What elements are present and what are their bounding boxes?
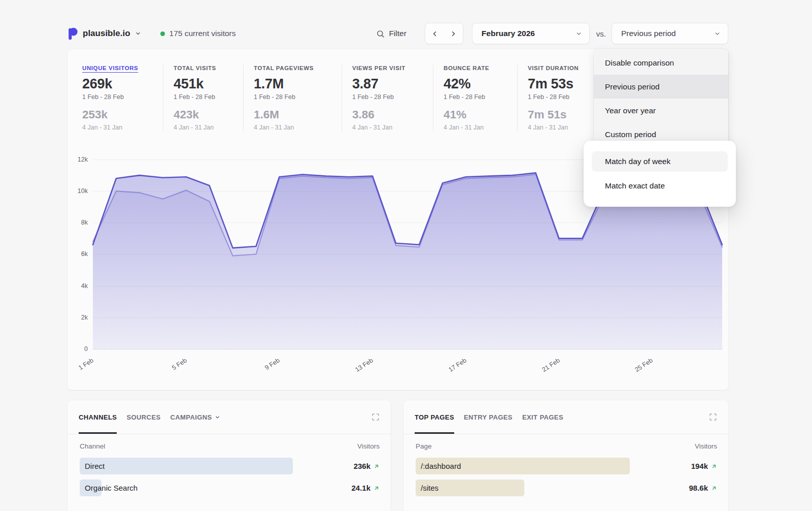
table-row[interactable]: Direct 236k <box>80 455 380 477</box>
arrow-up-right-icon <box>374 485 380 491</box>
arrow-up-right-icon <box>711 485 717 491</box>
plausible-logo <box>67 27 78 40</box>
chevron-left-icon <box>431 30 438 38</box>
x-axis-label: 9 Feb <box>264 357 281 371</box>
x-axis-label: 21 Feb <box>540 357 561 373</box>
tab-entry-pages[interactable]: ENTRY PAGES <box>464 400 513 434</box>
metric-value: 1.7M <box>254 77 331 91</box>
tab-label: TOP PAGES <box>415 413 454 421</box>
date-range-label: February 2026 <box>482 29 535 38</box>
metric-prev-range: 4 Jan - 31 Jan <box>444 124 507 131</box>
table-row[interactable]: /:dashboard 194k <box>416 455 717 477</box>
column-channel: Channel <box>80 442 105 450</box>
next-period-button[interactable] <box>444 23 463 44</box>
fullscreen-icon <box>371 413 380 421</box>
metric-prev-value: 7m 51s <box>528 109 579 121</box>
table-row[interactable]: Organic Search 24.1k <box>80 477 380 499</box>
metric-range: 1 Feb - 28 Feb <box>82 93 153 101</box>
tab-top-pages[interactable]: TOP PAGES <box>415 400 454 434</box>
tab-campaigns[interactable]: CAMPAIGNS <box>171 400 220 434</box>
comparison-dropdown-menu: Disable comparison Previous period Year … <box>594 49 728 148</box>
metric-total-pageviews[interactable]: TOTAL PAGEVIEWS 1.7M 1 Feb - 28 Feb 1.6M… <box>244 65 342 131</box>
menu-item-disable-comparison[interactable]: Disable comparison <box>594 51 728 75</box>
table-header: Channel Visitors <box>67 434 391 455</box>
bottom-panels: CHANNELS SOURCES CAMPAIGNS Channel Visit… <box>67 400 728 511</box>
menu-item-match-exact-date[interactable]: Match exact date <box>592 176 728 196</box>
current-visitors-label: 175 current visitors <box>170 29 236 38</box>
column-page: Page <box>416 442 432 450</box>
tab-exit-pages[interactable]: EXIT PAGES <box>522 400 563 434</box>
metric-prev-value: 253k <box>82 109 153 121</box>
y-axis-label: 6k <box>81 250 88 258</box>
table-header: Page Visitors <box>403 434 728 455</box>
tab-label: CHANNELS <box>79 413 117 421</box>
expand-button[interactable] <box>709 400 717 434</box>
chevron-down-icon <box>135 30 141 37</box>
metric-range: 1 Feb - 28 Feb <box>174 93 233 101</box>
pages-tabs: TOP PAGES ENTRY PAGES EXIT PAGES <box>403 400 728 434</box>
metric-prev-value: 1.6M <box>254 109 331 121</box>
row-label: /sites <box>416 484 438 492</box>
metric-range: 1 Feb - 28 Feb <box>254 93 331 101</box>
current-visitors[interactable]: 175 current visitors <box>160 29 236 38</box>
tab-channels[interactable]: CHANNELS <box>79 400 117 434</box>
metric-visit-duration[interactable]: VISIT DURATION 7m 53s 1 Feb - 28 Feb 7m … <box>518 65 589 131</box>
channels-card: CHANNELS SOURCES CAMPAIGNS Channel Visit… <box>67 400 391 511</box>
tab-label: EXIT PAGES <box>522 413 563 421</box>
metric-views-per-visit[interactable]: VIEWS PER VISIT 3.87 1 Feb - 28 Feb 3.86… <box>342 65 433 131</box>
pages-table: /:dashboard 194k /sites 98.6k <box>403 455 728 499</box>
site-selector[interactable]: plausible.io <box>67 27 141 40</box>
chevron-down-icon <box>576 30 582 37</box>
metric-value: 269k <box>82 77 153 91</box>
metric-label: TOTAL PAGEVIEWS <box>254 65 331 71</box>
channels-table: Direct 236k Organic Search 24.1k <box>67 455 391 499</box>
metric-prev-range: 4 Jan - 31 Jan <box>254 124 331 131</box>
x-axis-label: 13 Feb <box>354 357 375 373</box>
row-value: 194k <box>691 462 717 470</box>
metric-prev-range: 4 Jan - 31 Jan <box>82 124 153 131</box>
tab-label: SOURCES <box>126 413 160 421</box>
y-axis-label: 12k <box>78 156 88 163</box>
menu-item-match-day-of-week[interactable]: Match day of week <box>592 151 728 172</box>
metric-label: UNIQUE VISITORS <box>82 65 153 71</box>
metric-unique-visitors[interactable]: UNIQUE VISITORS 269k 1 Feb - 28 Feb 253k… <box>82 65 163 131</box>
row-visitors: 194k <box>691 462 708 470</box>
metric-bounce-rate[interactable]: BOUNCE RATE 42% 1 Feb - 28 Feb 41% 4 Jan… <box>433 65 518 131</box>
column-visitors: Visitors <box>695 442 717 450</box>
period-nav <box>425 23 463 44</box>
menu-item-previous-period[interactable]: Previous period <box>594 75 728 99</box>
match-options-popup: Match day of week Match exact date <box>584 141 736 207</box>
row-value: 236k <box>354 462 380 470</box>
row-label: /:dashboard <box>416 462 461 470</box>
row-value: 98.6k <box>689 484 717 492</box>
y-axis-label: 4k <box>81 282 88 290</box>
column-visitors: Visitors <box>357 442 380 450</box>
y-axis-label: 10k <box>78 187 88 195</box>
row-label: Organic Search <box>80 484 138 492</box>
metric-value: 451k <box>174 77 233 91</box>
table-row[interactable]: /sites 98.6k <box>416 477 717 499</box>
menu-item-year-over-year[interactable]: Year over year <box>594 99 728 122</box>
comparison-label: Previous period <box>621 29 676 38</box>
filter-label: Filter <box>389 29 406 38</box>
tab-sources[interactable]: SOURCES <box>126 400 160 434</box>
metric-range: 1 Feb - 28 Feb <box>352 93 423 101</box>
y-axis-label: 0 <box>84 345 88 353</box>
metric-prev-value: 423k <box>174 109 233 121</box>
pages-card: TOP PAGES ENTRY PAGES EXIT PAGES Page Vi… <box>403 400 728 511</box>
prev-period-button[interactable] <box>425 23 444 44</box>
chevron-right-icon <box>450 30 457 38</box>
metric-label: VISIT DURATION <box>528 65 579 71</box>
row-bar <box>80 458 293 474</box>
fullscreen-icon <box>709 413 717 421</box>
search-icon <box>376 29 385 38</box>
date-range-picker[interactable]: February 2026 <box>472 23 590 44</box>
arrow-up-right-icon <box>711 463 717 469</box>
expand-button[interactable] <box>371 400 380 434</box>
y-axis-label: 2k <box>81 314 88 321</box>
chevron-down-icon <box>714 30 721 37</box>
filter-button[interactable]: Filter <box>376 29 406 38</box>
comparison-picker[interactable]: Previous period <box>612 23 728 44</box>
metric-prev-value: 41% <box>444 109 507 121</box>
metric-total-visits[interactable]: TOTAL VISITS 451k 1 Feb - 28 Feb 423k 4 … <box>163 65 244 131</box>
